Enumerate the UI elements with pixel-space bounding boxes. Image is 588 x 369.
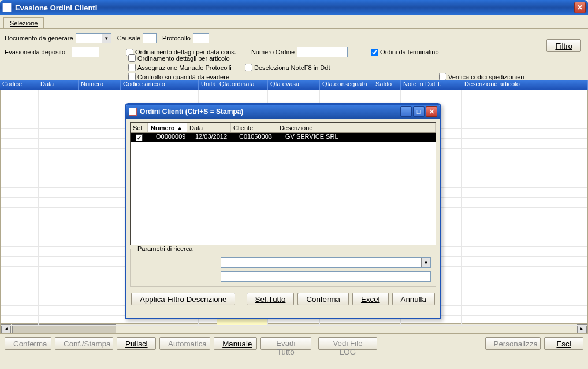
col-desc-articolo[interactable]: Descrizione articolo (462, 80, 588, 90)
col-codice[interactable]: Codice (0, 80, 38, 90)
filtro-button[interactable]: Filtro (546, 39, 581, 52)
ordini-clienti-dialog: Ordini Clienti (Ctrl+S = Stampa) _ □ ✕ S… (125, 103, 441, 319)
parametri-input[interactable] (221, 271, 431, 282)
chk-ordini-terminalino[interactable]: Ordini da terminalino (371, 49, 439, 56)
chevron-down-icon: ▼ (102, 34, 111, 43)
bottom-toolbar: Conferma Conf./Stampa Pulisci Automatica… (0, 334, 588, 353)
list-header: Sel Numero ▲ Data Cliente Descrizione (131, 123, 436, 133)
scroll-thumb[interactable] (12, 324, 116, 333)
main-titlebar: Evasione Ordini Clienti ✕ (0, 0, 588, 15)
tab-selezione[interactable]: Selezione (3, 17, 44, 28)
window-title: Evasione Ordini Clienti (15, 3, 97, 12)
col-qta-evasa[interactable]: Qta evasa (268, 80, 320, 90)
conferma-button[interactable]: Conferma (5, 337, 51, 350)
parametri-combo[interactable]: ▼ (221, 257, 431, 268)
col-codice-articolo[interactable]: Codice articolo (121, 80, 199, 90)
causale-input[interactable] (143, 33, 157, 43)
protocollo-label: Protocollo (162, 35, 191, 42)
parametri-ricerca-group: Parametri di ricerca ▼ (130, 249, 436, 287)
dialog-titlebar: Ordini Clienti (Ctrl+S = Stampa) _ □ ✕ (126, 105, 440, 119)
excel-button[interactable]: Excel (352, 293, 389, 305)
list-col-sel[interactable]: Sel (131, 123, 148, 132)
manuale-button[interactable]: Manuale (214, 337, 257, 350)
evasione-input[interactable] (72, 47, 99, 57)
evadi-tutto-button[interactable]: Evadi Tutto (260, 337, 311, 350)
list-col-cliente[interactable]: Cliente (231, 123, 277, 132)
dialog-close-icon[interactable]: ✕ (426, 106, 437, 117)
personalizza-button[interactable]: Personalizza (485, 337, 541, 350)
numero-ordine-input[interactable] (297, 47, 348, 57)
chk-ord-articolo[interactable]: Ordinamento dettagli per articolo (128, 54, 230, 62)
automatica-button[interactable]: Automatica (159, 337, 210, 350)
list-col-descrizione[interactable]: Descrizione (277, 123, 436, 132)
documento-combo[interactable]: ▼ (76, 33, 111, 43)
scroll-right-icon[interactable]: ► (577, 324, 587, 333)
col-data[interactable]: Data (38, 80, 79, 90)
pulisci-button[interactable]: Pulisci (117, 337, 156, 350)
sort-asc-icon: ▲ (177, 124, 183, 131)
ordini-list: Sel Numero ▲ Data Cliente Descrizione ✓ … (130, 122, 436, 245)
row-descrizione: GV SERVICE SRL (283, 133, 436, 142)
row-cliente: C01050003 (237, 133, 283, 142)
annulla-button[interactable]: Annulla (392, 293, 435, 305)
numero-ordine-label: Numero Ordine (251, 49, 295, 56)
applica-filtro-button[interactable]: Applica Filtro Descrizione (131, 293, 235, 305)
chk-asseg-manuale[interactable]: Assegnazione Manuale Protocolli (128, 64, 232, 71)
row-sel-checkbox[interactable]: ✓ (131, 133, 148, 142)
esci-button[interactable]: Esci (544, 337, 583, 350)
minimize-icon[interactable]: _ (400, 106, 412, 117)
evasione-label: Evasione da deposito (5, 49, 69, 56)
dialog-conferma-button[interactable]: Conferma (297, 293, 349, 305)
causale-label: Causale (117, 35, 140, 42)
chk-verifica-sped[interactable]: Verifica codici spedizionieri (439, 73, 524, 80)
sel-tutto-button[interactable]: Sel.Tutto (247, 293, 295, 305)
vedi-log-button[interactable]: Vedi File LOG (318, 337, 377, 350)
filter-form: Documento da generare ▼ Causale Protocol… (0, 29, 588, 80)
col-unita[interactable]: Unità (199, 80, 217, 90)
list-col-numero[interactable]: Numero ▲ (148, 123, 187, 132)
row-data: 12/03/2012 (193, 133, 237, 142)
conf-stampa-button[interactable]: Conf./Stampa (55, 337, 113, 350)
col-qta-ordinata[interactable]: Qta.ordinata (217, 80, 268, 90)
col-qta-consegnata[interactable]: Qta.consegnata (320, 80, 373, 90)
chk-desel-note[interactable]: Deseleziona NoteF8 in Ddt (245, 64, 330, 71)
chk-controllo-qta[interactable]: Controllo su quantità da evadere (128, 73, 229, 80)
parametri-label: Parametri di ricerca (135, 245, 195, 252)
col-saldo[interactable]: Saldo (373, 80, 401, 90)
row-numero: O0000009 (154, 133, 193, 142)
chevron-down-icon: ▼ (421, 258, 430, 267)
dialog-button-row: Applica Filtro Descrizione Sel.Tutto Con… (130, 290, 436, 308)
list-col-data[interactable]: Data (187, 123, 231, 132)
maximize-icon[interactable]: □ (413, 106, 425, 117)
dialog-icon (129, 108, 137, 116)
app-icon (2, 3, 12, 12)
list-row[interactable]: ✓ O0000009 12/03/2012 C01050003 GV SERVI… (131, 133, 436, 142)
documento-label: Documento da generare (5, 35, 73, 42)
dialog-title: Ordini Clienti (Ctrl+S = Stampa) (140, 108, 243, 116)
table-row (1, 90, 587, 99)
col-numero[interactable]: Numero (79, 80, 121, 90)
protocollo-input[interactable] (193, 33, 209, 43)
scroll-left-icon[interactable]: ◄ (1, 324, 11, 333)
tabstrip: Selezione (0, 15, 588, 29)
close-icon[interactable]: ✕ (574, 2, 586, 13)
col-note-ddt[interactable]: Note in D.d.T. (401, 80, 462, 90)
grid-header: Codice Data Numero Codice articolo Unità… (0, 80, 588, 90)
